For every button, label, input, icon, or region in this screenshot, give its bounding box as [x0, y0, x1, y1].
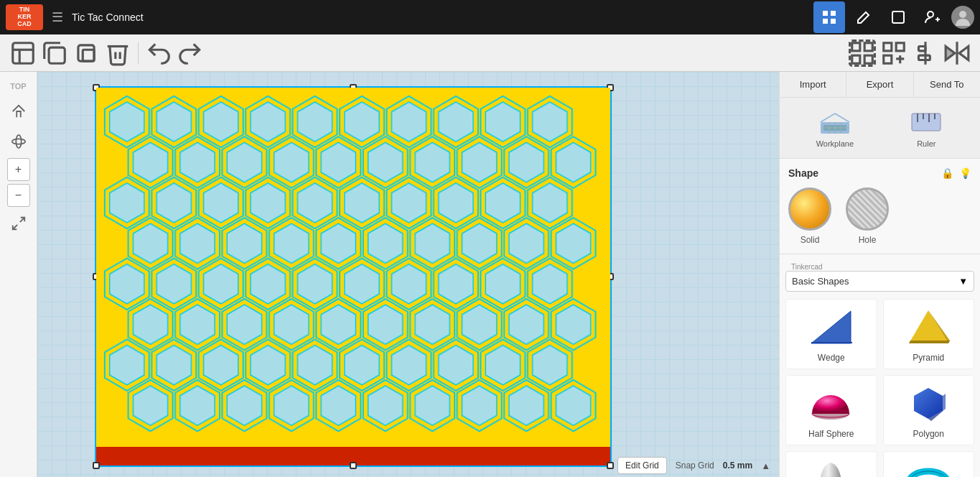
mirror-button[interactable] [943, 39, 971, 68]
light-icon[interactable]: 💡 [959, 167, 971, 179]
shape-options: Solid Hole [788, 187, 971, 245]
pyramid-svg [905, 307, 952, 347]
orbit-button[interactable] [5, 128, 32, 155]
separator-1 [138, 42, 139, 64]
svg-line-28 [12, 225, 17, 229]
hole-sphere-preview [846, 187, 889, 231]
library-category-label: Basic Shapes [792, 276, 849, 287]
send-to-button[interactable]: Send To [914, 72, 980, 97]
copy-button[interactable] [40, 39, 69, 68]
shape-card-pyramid[interactable]: Pyramid [883, 299, 975, 369]
shape-card-polygon[interactable]: Polygon [883, 375, 975, 445]
shape-card-wedge[interactable]: Wedge [785, 299, 877, 369]
delete-button[interactable] [103, 39, 132, 68]
group-button[interactable] [848, 39, 877, 68]
paraboloid-preview [806, 458, 857, 477]
menu-icon[interactable]: ☰ [49, 6, 66, 28]
snap-chevron-icon[interactable]: ▲ [761, 460, 770, 471]
svg-rect-15 [850, 40, 875, 65]
svg-point-5 [928, 11, 933, 17]
solid-option[interactable]: Solid [788, 187, 831, 245]
svg-line-31 [835, 114, 849, 122]
shape-container[interactable] [95, 86, 612, 467]
svg-marker-24 [959, 46, 969, 60]
project-title[interactable]: Tic Tac Connect [72, 11, 144, 23]
shape-card-halfsphere[interactable]: Half Sphere [785, 375, 877, 445]
tools-section: Workplane Ruler [780, 98, 980, 159]
polygon-preview [903, 381, 953, 425]
toolbar-right [848, 39, 971, 68]
hole-label: Hole [859, 235, 877, 245]
svg-marker-44 [811, 342, 852, 343]
simulate-button[interactable] [882, 1, 914, 33]
svg-rect-10 [83, 50, 94, 61]
svg-marker-47 [909, 341, 950, 343]
svg-rect-12 [864, 42, 872, 50]
wedge-label: Wedge [818, 353, 845, 363]
align-button[interactable] [911, 39, 940, 68]
workplane-label: Workplane [816, 139, 854, 148]
svg-marker-23 [946, 46, 955, 60]
snap-grid-label: Snap Grid [676, 460, 714, 471]
shapes-library: Tinkercad Basic Shapes ▼ W [780, 254, 980, 477]
svg-point-6 [959, 11, 966, 18]
pyramid-label: Pyramid [913, 353, 944, 363]
import-button[interactable]: Import [780, 72, 846, 97]
hole-option[interactable]: Hole [846, 187, 889, 245]
shape-yellow-board[interactable] [96, 88, 610, 447]
svg-point-26 [16, 135, 21, 148]
shape-card-paraboloid[interactable]: Paraboloid [785, 451, 877, 477]
svg-marker-51 [943, 394, 946, 411]
svg-rect-14 [864, 55, 872, 63]
svg-rect-16 [884, 42, 892, 50]
shape-panel: Shape 🔒 💡 Solid Hole [780, 159, 980, 254]
new-button[interactable] [9, 39, 37, 68]
fit-button[interactable] [5, 210, 32, 237]
top-right-icons [813, 1, 974, 33]
lock-icon[interactable]: 🔒 [941, 167, 953, 179]
svg-rect-9 [78, 45, 94, 60]
edit-grid-button[interactable]: Edit Grid [617, 457, 667, 474]
ruler-icon [909, 108, 943, 136]
build-button[interactable] [848, 1, 879, 33]
solid-sphere-preview [788, 187, 831, 231]
redo-button[interactable] [176, 39, 205, 68]
bottom-bar: Edit Grid Snap Grid 0.5 mm ▲ [37, 454, 779, 477]
paraboloid-svg [808, 460, 854, 478]
logo-text: TINKERCAD [17, 6, 32, 28]
polygon-svg [905, 384, 952, 423]
dropdown-chevron-icon: ▼ [958, 276, 968, 287]
svg-line-27 [19, 218, 24, 222]
svg-rect-17 [896, 42, 904, 50]
svg-rect-11 [852, 42, 860, 50]
halfsphere-preview [806, 381, 857, 425]
svg-rect-3 [831, 19, 836, 24]
zoom-out-button[interactable]: − [7, 184, 30, 207]
export-button[interactable]: Export [846, 72, 913, 97]
home-button[interactable] [5, 98, 32, 125]
add-user-button[interactable] [917, 1, 948, 33]
grid-view-button[interactable] [813, 1, 845, 33]
undo-button[interactable] [144, 39, 173, 68]
main: TOP + − [0, 72, 980, 477]
ruler-tool[interactable]: Ruler [905, 103, 948, 152]
ungroup-button[interactable] [879, 39, 908, 68]
svg-rect-1 [831, 11, 836, 16]
shape-panel-title: Shape [788, 167, 818, 179]
canvas-area[interactable]: Edit Grid Snap Grid 0.5 mm ▲ [37, 72, 779, 477]
svg-rect-8 [49, 47, 65, 63]
svg-rect-7 [13, 42, 34, 63]
zoom-in-button[interactable]: + [7, 158, 30, 181]
snap-grid-value: 0.5 mm [723, 460, 752, 471]
workplane-tool[interactable]: Workplane [812, 103, 858, 152]
duplicate-button[interactable] [72, 39, 101, 68]
shape-card-torus[interactable]: Torus [883, 451, 975, 477]
torus-svg [905, 460, 952, 478]
tinkercad-logo[interactable]: TINKERCAD [6, 4, 43, 30]
library-selector[interactable]: Basic Shapes ▼ [785, 271, 974, 292]
logo-area: TINKERCAD ☰ Tic Tac Connect [6, 4, 144, 30]
solid-label: Solid [801, 235, 820, 245]
avatar[interactable] [951, 6, 974, 29]
toolbar [0, 34, 980, 72]
svg-rect-4 [892, 11, 904, 23]
